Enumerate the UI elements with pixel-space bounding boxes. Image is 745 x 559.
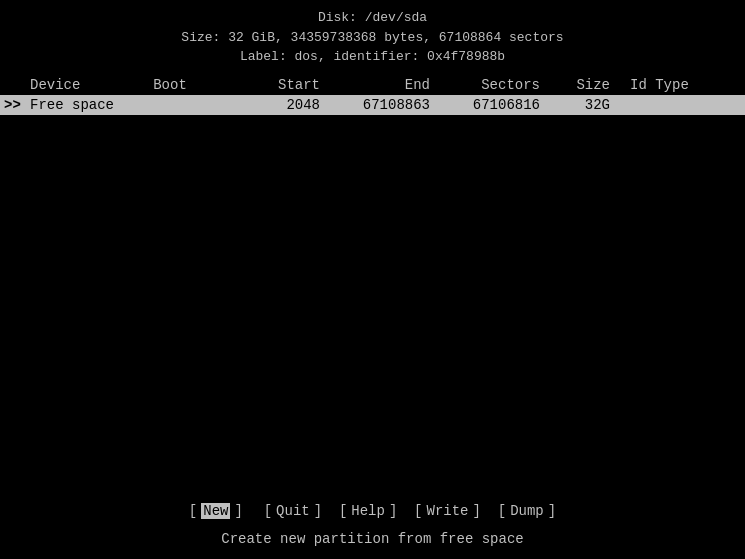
table-row[interactable]: >> Free space 2048 67108863 67106816 — [0, 95, 745, 115]
menu-item-help[interactable]: Help — [351, 503, 385, 519]
header: Disk: /dev/sda Size: 32 GiB, 34359738368… — [0, 0, 745, 71]
col-header-size: Size — [576, 77, 610, 93]
menu-item-write[interactable]: Write — [427, 503, 469, 519]
col-header-idtype: Id Type — [630, 77, 689, 93]
cell-device: Free space — [30, 97, 114, 113]
col-header-start: Start — [278, 77, 320, 93]
bracket-open-new: [ — [189, 503, 197, 519]
menu-sep-3b: ] [ — [473, 503, 507, 519]
screen: Disk: /dev/sda Size: 32 GiB, 34359738368… — [0, 0, 745, 559]
status-bar: Create new partition from free space — [0, 531, 745, 547]
table-header-row: Device Boot Start End Sectors Size Id Ty… — [0, 75, 745, 95]
disk-size-info: Size: 32 GiB, 34359738368 bytes, 6710886… — [0, 28, 745, 48]
cell-size: 32G — [585, 97, 610, 113]
bracket-close-new: ] — [234, 503, 242, 519]
menu-item-quit[interactable]: Quit — [276, 503, 310, 519]
data-row-content: Free space 2048 67108863 67106816 32G — [0, 95, 745, 115]
menu-bar: [ New ] [ Quit ] [ Help ] [ Write ] [ Du… — [0, 503, 745, 519]
menu-sep-2b: ] [ — [389, 503, 423, 519]
col-header-sectors: Sectors — [481, 77, 540, 93]
col-header-end: End — [405, 77, 430, 93]
row-indicator: >> — [4, 97, 21, 113]
menu-sep-1: [ — [247, 503, 272, 519]
menu-sep-1b: ] [ — [314, 503, 348, 519]
menu-sep-4b: ] — [548, 503, 556, 519]
status-text: Create new partition from free space — [221, 531, 523, 547]
menu-item-new[interactable]: New — [201, 503, 230, 519]
cell-sectors: 67106816 — [473, 97, 540, 113]
cell-start: 2048 — [286, 97, 320, 113]
partition-table: Device Boot Start End Sectors Size Id Ty… — [0, 75, 745, 115]
cell-end: 67108863 — [363, 97, 430, 113]
disk-title: Disk: /dev/sda — [0, 8, 745, 28]
col-header-device: Device — [30, 77, 80, 93]
disk-label-info: Label: dos, identifier: 0x4f78988b — [0, 47, 745, 67]
col-header-boot: Boot — [153, 77, 187, 93]
menu-item-dump[interactable]: Dump — [510, 503, 544, 519]
